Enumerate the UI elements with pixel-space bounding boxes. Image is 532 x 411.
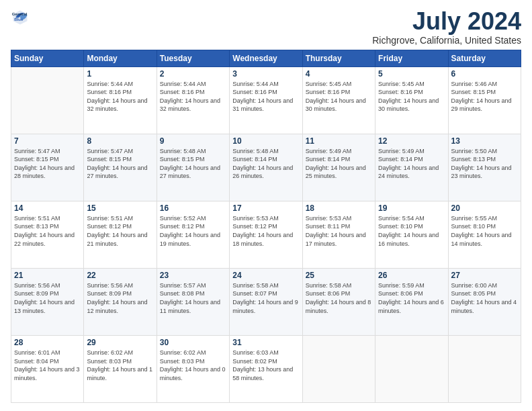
day-info: Sunrise: 5:51 AM Sunset: 8:12 PM Dayligh… (87, 214, 153, 248)
day-info: Sunrise: 5:59 AM Sunset: 8:06 PM Dayligh… (378, 281, 445, 315)
day-number: 6 (451, 69, 518, 79)
svg-text:General: General (12, 11, 28, 16)
day-number: 13 (451, 136, 518, 146)
calendar-cell (448, 335, 521, 402)
day-number: 8 (87, 136, 153, 146)
day-number: 30 (160, 338, 226, 347)
day-info: Sunrise: 5:58 AM Sunset: 8:07 PM Dayligh… (232, 281, 299, 315)
calendar-cell: 27Sunrise: 6:00 AM Sunset: 8:05 PM Dayli… (448, 268, 521, 335)
calendar-week-row: 28Sunrise: 6:01 AM Sunset: 8:04 PM Dayli… (11, 335, 521, 402)
logo: General Blue (11, 8, 30, 27)
day-number: 24 (232, 271, 299, 280)
day-number: 9 (160, 136, 226, 146)
day-number: 20 (451, 203, 518, 213)
day-number: 4 (306, 69, 372, 79)
day-number: 5 (378, 69, 445, 79)
header-wednesday: Wednesday (230, 50, 302, 66)
calendar-cell: 21Sunrise: 5:56 AM Sunset: 8:09 PM Dayli… (11, 268, 84, 335)
calendar-cell (375, 335, 448, 402)
calendar-cell: 18Sunrise: 5:53 AM Sunset: 8:11 PM Dayli… (302, 201, 375, 268)
day-info: Sunrise: 5:53 AM Sunset: 8:12 PM Dayligh… (232, 214, 299, 248)
day-info: Sunrise: 5:48 AM Sunset: 8:15 PM Dayligh… (160, 147, 226, 181)
day-number: 1 (87, 69, 153, 79)
calendar-cell: 23Sunrise: 5:57 AM Sunset: 8:08 PM Dayli… (157, 268, 229, 335)
calendar-cell: 12Sunrise: 5:49 AM Sunset: 8:14 PM Dayli… (375, 134, 448, 201)
day-number: 12 (378, 136, 445, 146)
day-number: 3 (232, 69, 299, 79)
day-number: 28 (14, 338, 81, 347)
calendar-cell: 31Sunrise: 6:03 AM Sunset: 8:02 PM Dayli… (230, 335, 302, 402)
header-thursday: Thursday (302, 50, 375, 66)
day-info: Sunrise: 5:52 AM Sunset: 8:12 PM Dayligh… (160, 214, 226, 248)
calendar-cell: 5Sunrise: 5:45 AM Sunset: 8:16 PM Daylig… (375, 66, 448, 134)
day-number: 2 (160, 69, 226, 79)
day-number: 29 (87, 338, 153, 347)
day-number: 10 (232, 136, 299, 146)
logo-icon: General Blue (11, 8, 30, 27)
day-info: Sunrise: 6:03 AM Sunset: 8:02 PM Dayligh… (232, 349, 299, 382)
day-info: Sunrise: 5:55 AM Sunset: 8:10 PM Dayligh… (451, 214, 518, 248)
day-number: 15 (87, 203, 153, 213)
calendar-cell: 11Sunrise: 5:49 AM Sunset: 8:14 PM Dayli… (302, 134, 375, 201)
day-info: Sunrise: 5:45 AM Sunset: 8:16 PM Dayligh… (378, 80, 445, 113)
day-number: 7 (14, 136, 81, 146)
calendar-cell: 10Sunrise: 5:48 AM Sunset: 8:14 PM Dayli… (230, 134, 302, 201)
day-info: Sunrise: 5:58 AM Sunset: 8:06 PM Dayligh… (306, 281, 372, 315)
day-info: Sunrise: 5:56 AM Sunset: 8:09 PM Dayligh… (14, 281, 81, 315)
day-info: Sunrise: 5:54 AM Sunset: 8:10 PM Dayligh… (378, 214, 445, 248)
header-monday: Monday (84, 50, 157, 66)
day-info: Sunrise: 5:51 AM Sunset: 8:13 PM Dayligh… (14, 214, 81, 248)
day-number: 17 (232, 203, 299, 213)
day-info: Sunrise: 5:45 AM Sunset: 8:16 PM Dayligh… (306, 80, 372, 113)
day-info: Sunrise: 6:02 AM Sunset: 8:03 PM Dayligh… (87, 349, 153, 382)
calendar-cell: 3Sunrise: 5:44 AM Sunset: 8:16 PM Daylig… (230, 66, 302, 134)
day-number: 14 (14, 203, 81, 213)
calendar-cell: 6Sunrise: 5:46 AM Sunset: 8:15 PM Daylig… (448, 66, 521, 134)
day-info: Sunrise: 5:47 AM Sunset: 8:15 PM Dayligh… (14, 147, 81, 181)
calendar-cell: 24Sunrise: 5:58 AM Sunset: 8:07 PM Dayli… (230, 268, 302, 335)
calendar-cell (302, 335, 375, 402)
calendar-cell: 4Sunrise: 5:45 AM Sunset: 8:16 PM Daylig… (302, 66, 375, 134)
day-info: Sunrise: 5:53 AM Sunset: 8:11 PM Dayligh… (306, 214, 372, 248)
day-number: 11 (306, 136, 372, 146)
calendar-week-row: 1Sunrise: 5:44 AM Sunset: 8:16 PM Daylig… (11, 66, 521, 134)
day-info: Sunrise: 5:46 AM Sunset: 8:15 PM Dayligh… (451, 80, 518, 113)
calendar-cell: 16Sunrise: 5:52 AM Sunset: 8:12 PM Dayli… (157, 201, 229, 268)
svg-text:Blue: Blue (14, 17, 24, 21)
calendar-cell: 17Sunrise: 5:53 AM Sunset: 8:12 PM Dayli… (230, 201, 302, 268)
calendar-cell: 30Sunrise: 6:02 AM Sunset: 8:03 PM Dayli… (157, 335, 229, 402)
calendar-cell: 22Sunrise: 5:56 AM Sunset: 8:09 PM Dayli… (84, 268, 157, 335)
day-number: 25 (306, 271, 372, 280)
day-info: Sunrise: 5:44 AM Sunset: 8:16 PM Dayligh… (232, 80, 299, 113)
day-info: Sunrise: 5:48 AM Sunset: 8:14 PM Dayligh… (232, 147, 299, 181)
day-info: Sunrise: 5:49 AM Sunset: 8:14 PM Dayligh… (378, 147, 445, 181)
day-info: Sunrise: 6:02 AM Sunset: 8:03 PM Dayligh… (160, 349, 226, 382)
calendar-cell: 1Sunrise: 5:44 AM Sunset: 8:16 PM Daylig… (84, 66, 157, 134)
day-number: 16 (160, 203, 226, 213)
day-number: 31 (232, 338, 299, 347)
calendar-cell: 26Sunrise: 5:59 AM Sunset: 8:06 PM Dayli… (375, 268, 448, 335)
calendar-week-row: 14Sunrise: 5:51 AM Sunset: 8:13 PM Dayli… (11, 201, 521, 268)
day-info: Sunrise: 6:00 AM Sunset: 8:05 PM Dayligh… (451, 281, 518, 315)
day-info: Sunrise: 5:44 AM Sunset: 8:16 PM Dayligh… (160, 80, 226, 113)
day-info: Sunrise: 5:44 AM Sunset: 8:16 PM Dayligh… (87, 80, 153, 113)
calendar-week-row: 7Sunrise: 5:47 AM Sunset: 8:15 PM Daylig… (11, 134, 521, 201)
calendar-cell: 2Sunrise: 5:44 AM Sunset: 8:16 PM Daylig… (157, 66, 229, 134)
header-tuesday: Tuesday (157, 50, 229, 66)
header-saturday: Saturday (448, 50, 521, 66)
header-friday: Friday (375, 50, 448, 66)
day-info: Sunrise: 5:57 AM Sunset: 8:08 PM Dayligh… (160, 281, 226, 315)
calendar-cell: 7Sunrise: 5:47 AM Sunset: 8:15 PM Daylig… (11, 134, 84, 201)
calendar-cell: 25Sunrise: 5:58 AM Sunset: 8:06 PM Dayli… (302, 268, 375, 335)
header-sunday: Sunday (11, 50, 84, 66)
page: General Blue July 2024 Richgrove, Califo… (0, 0, 532, 411)
calendar-cell: 20Sunrise: 5:55 AM Sunset: 8:10 PM Dayli… (448, 201, 521, 268)
calendar-header-row: Sunday Monday Tuesday Wednesday Thursday… (11, 50, 521, 66)
calendar-cell (11, 66, 84, 134)
day-number: 23 (160, 271, 226, 280)
day-number: 26 (378, 271, 445, 280)
calendar-cell: 13Sunrise: 5:50 AM Sunset: 8:13 PM Dayli… (448, 134, 521, 201)
calendar-cell: 15Sunrise: 5:51 AM Sunset: 8:12 PM Dayli… (84, 201, 157, 268)
calendar-cell: 29Sunrise: 6:02 AM Sunset: 8:03 PM Dayli… (84, 335, 157, 402)
day-number: 18 (306, 203, 372, 213)
